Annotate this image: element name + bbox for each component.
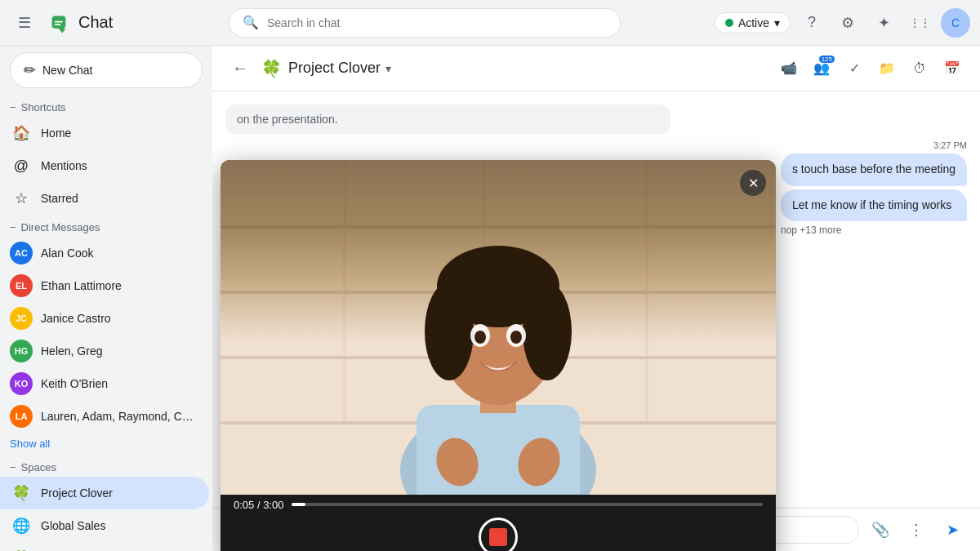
sidebar-item-global-sales[interactable]: 🌐 Global Sales xyxy=(0,509,209,542)
shortcuts-section[interactable]: − Shortcuts xyxy=(0,95,212,117)
top-bar-right: Active ▾ ? ⚙ ✦ ⋮⋮ C xyxy=(715,8,970,38)
chat-area: ← 🍀 Project Clover ▾ 📹 👥 125 ✓ 📁 ⏱ 📅 xyxy=(212,46,980,551)
sidebar-item-dm-ethan[interactable]: EL Ethan Lattimore xyxy=(0,269,209,302)
new-chat-button[interactable]: ✏ New Chat xyxy=(10,52,203,88)
menu-icon[interactable]: ☰ xyxy=(10,8,39,38)
sidebar-item-starred[interactable]: ☆ Starred xyxy=(0,182,209,215)
video-progress-bar[interactable] xyxy=(292,503,763,506)
clover-icon: 🍀 xyxy=(10,482,33,504)
more-options-button[interactable]: ⋮ xyxy=(902,515,931,544)
main-layout: ✏ New Chat − Shortcuts 🏠 Home @ Mentions… xyxy=(0,46,980,551)
status-label: Active xyxy=(738,16,769,29)
sidebar-item-dm-lauren[interactable]: LA Lauren, Adam, Raymond, Christia... xyxy=(0,400,209,433)
status-badge[interactable]: Active ▾ xyxy=(715,12,791,33)
record-icon xyxy=(489,528,507,546)
reaction-text: nop +13 more xyxy=(781,224,841,236)
new-chat-icon: ✏ xyxy=(24,61,36,79)
video-player-overlay: ✕ 0:05 / 3:00 xyxy=(220,160,776,551)
timer-button[interactable]: ⏱ xyxy=(905,54,934,83)
sidebar: ✏ New Chat − Shortcuts 🏠 Home @ Mentions… xyxy=(0,46,212,551)
sidebar-item-project-clover[interactable]: 🍀 Project Clover 🖥 xyxy=(0,477,209,509)
dm-avatar: LA xyxy=(10,405,33,428)
dm-avatar: AC xyxy=(10,242,33,264)
video-content: ✕ xyxy=(220,160,776,495)
sidebar-item-mentions[interactable]: @ Mentions xyxy=(0,149,209,182)
dm-avatar: KO xyxy=(10,372,33,395)
sidebar-item-project-clover-leads[interactable]: 🍀 Project Clover Leads xyxy=(0,542,209,551)
close-icon: ✕ xyxy=(748,176,759,191)
chat-title-text: Project Clover xyxy=(288,60,381,77)
video-progress-row: 0:05 / 3:00 xyxy=(234,499,763,511)
collapse-icon: − xyxy=(10,101,16,113)
sidebar-item-home[interactable]: 🏠 Home xyxy=(0,117,209,149)
space-header-icon: 🍀 xyxy=(261,59,282,78)
sparkle-icon[interactable]: ✦ xyxy=(869,8,898,38)
search-icon: 🔍 xyxy=(243,15,259,30)
globe-icon: 🌐 xyxy=(10,514,33,537)
user-initial: C xyxy=(951,16,960,29)
search-input[interactable] xyxy=(267,16,607,29)
person-silhouette xyxy=(359,160,637,495)
tasks-button[interactable]: ✓ xyxy=(840,54,869,83)
collapse-icon: − xyxy=(10,461,16,473)
files-button[interactable]: 📁 xyxy=(872,54,902,83)
show-all-dm[interactable]: Show all xyxy=(0,433,212,455)
chat-header-title: Project Clover ▾ xyxy=(288,60,391,77)
svg-point-19 xyxy=(510,331,522,344)
svg-point-18 xyxy=(474,331,486,344)
settings-icon[interactable]: ⚙ xyxy=(833,8,862,38)
dm-avatar: EL xyxy=(10,274,33,297)
sidebar-item-label: Ethan Lattimore xyxy=(41,279,199,292)
members-icon: 👥 xyxy=(813,60,830,76)
sidebar-item-label: Lauren, Adam, Raymond, Christia... xyxy=(41,410,199,423)
dm-label: Direct Messages xyxy=(21,221,100,233)
new-chat-label: New Chat xyxy=(42,64,92,77)
send-button[interactable]: ➤ xyxy=(938,515,967,544)
chat-header: ← 🍀 Project Clover ▾ 📹 👥 125 ✓ 📁 ⏱ 📅 xyxy=(212,46,980,91)
top-bar: ☰ Chat 🔍 Active ▾ ? ⚙ ✦ ⋮⋮ C xyxy=(0,0,980,46)
search-bar[interactable]: 🔍 xyxy=(229,8,621,38)
sidebar-item-dm-helen[interactable]: HG Helen, Greg xyxy=(0,335,209,367)
app-logo xyxy=(46,10,72,36)
partial-message: on the presentation. xyxy=(225,104,670,134)
calendar-button[interactable]: 📅 xyxy=(938,54,967,83)
sidebar-item-label: Home xyxy=(41,127,199,140)
message-bubble-2: Let me know if the timing works xyxy=(781,189,967,222)
sidebar-item-label: Janice Castro xyxy=(41,312,199,325)
home-icon: 🏠 xyxy=(10,122,33,144)
help-icon[interactable]: ? xyxy=(797,8,826,38)
avatar[interactable]: C xyxy=(941,8,970,38)
video-call-button[interactable]: 📹 xyxy=(774,54,804,83)
status-dot xyxy=(725,19,733,27)
collapse-icon: − xyxy=(10,221,16,233)
bubble-text-2: Let me know if the timing works xyxy=(792,198,951,214)
sidebar-item-dm-keith[interactable]: KO Keith O'Brien xyxy=(0,367,209,400)
spaces-label: Spaces xyxy=(21,461,56,473)
reaction-row: nop +13 more xyxy=(781,224,967,236)
direct-messages-section[interactable]: − Direct Messages xyxy=(0,215,212,237)
sidebar-item-label: Helen, Greg xyxy=(41,344,199,358)
outgoing-message-group: 3:27 PM s touch base before the meeting … xyxy=(781,140,967,236)
spaces-section[interactable]: − Spaces xyxy=(0,455,212,477)
members-button[interactable]: 👥 125 xyxy=(807,54,836,83)
app-title: Chat xyxy=(78,13,113,32)
sidebar-item-dm-janice[interactable]: JC Janice Castro xyxy=(0,302,209,335)
record-button[interactable] xyxy=(479,518,518,552)
member-count-badge: 125 xyxy=(819,56,835,63)
svg-rect-6 xyxy=(343,160,346,421)
video-progress-fill xyxy=(292,503,305,506)
dm-avatar: JC xyxy=(10,307,33,330)
video-close-button[interactable]: ✕ xyxy=(740,170,766,196)
video-time-display: 0:05 / 3:00 xyxy=(234,499,283,511)
attach-button[interactable]: 📎 xyxy=(866,515,895,544)
show-all-dm-label: Show all xyxy=(10,438,50,450)
grid-icon[interactable]: ⋮⋮ xyxy=(905,8,934,38)
back-button[interactable]: ← xyxy=(225,54,255,83)
video-btn-row xyxy=(479,518,518,552)
sidebar-item-dm-alan[interactable]: AC Alan Cook xyxy=(0,237,209,269)
bubble-text-1: s touch base before the meeting xyxy=(792,162,956,176)
mentions-icon: @ xyxy=(10,154,33,177)
shortcuts-label: Shortcuts xyxy=(21,101,66,113)
svg-rect-8 xyxy=(645,160,648,421)
title-chevron-icon[interactable]: ▾ xyxy=(385,62,391,75)
